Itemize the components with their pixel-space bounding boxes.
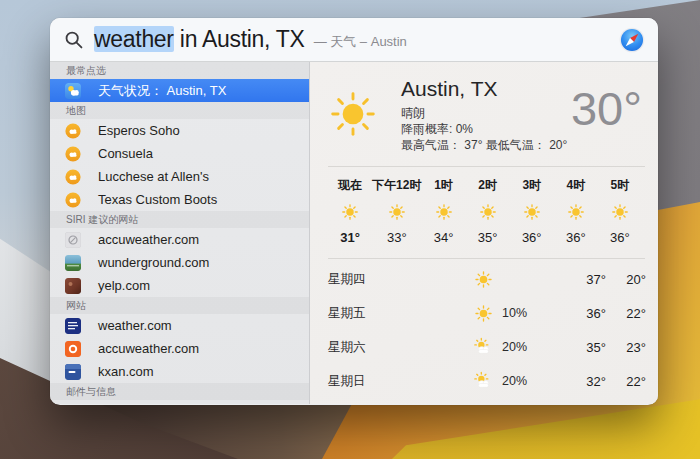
daily-forecast-row: 星期六 20%35°23°: [328, 330, 646, 364]
sidebar-result-row[interactable]: accuweather.com: [50, 228, 309, 251]
hour-label: 下午12时: [372, 177, 421, 194]
hourly-forecast-column: 5时 36°: [598, 177, 642, 245]
hour-temperature: 36°: [566, 230, 586, 245]
partly-cloudy-icon: [470, 371, 496, 391]
weather-condition: 晴朗: [401, 105, 567, 121]
hour-temperature: 36°: [522, 230, 542, 245]
map-pin-icon: [65, 192, 81, 208]
weather-location: Austin, TX: [401, 77, 567, 101]
hour-temperature: 35°: [478, 230, 498, 245]
sunny-icon: [612, 204, 628, 220]
sunny-icon: [342, 204, 358, 220]
weather-precip-chance: 降雨概率: 0%: [401, 121, 567, 137]
hourly-forecast-column: 3时 36°: [510, 177, 554, 245]
sunny-icon: [480, 204, 496, 220]
sunny-icon: [568, 204, 584, 220]
day-precip-chance: 20%: [496, 374, 552, 388]
sunny-icon: [524, 204, 540, 220]
result-label: 天气状况： Austin, TX: [98, 82, 226, 100]
sidebar-section-header: 网站: [50, 297, 309, 314]
partly-cloudy-icon: [470, 337, 496, 357]
hourly-forecast-column: 4时 36°: [554, 177, 598, 245]
hourly-forecast-column: 下午12时 33°: [372, 177, 421, 245]
result-label: Texas Custom Boots: [98, 192, 217, 207]
daily-forecast-row: 星期五 10%36°22°: [328, 296, 646, 330]
hour-temperature: 33°: [387, 230, 407, 245]
sunny-icon: [470, 269, 496, 289]
result-label: accuweather.com: [98, 341, 199, 356]
safari-icon[interactable]: [619, 27, 645, 53]
spotlight-search-bar[interactable]: weather in Austin, TX — 天气 – Austin: [50, 18, 658, 62]
day-low-temperature: 23°: [606, 340, 646, 355]
sunny-icon: [330, 91, 376, 137]
day-label: 星期四: [328, 271, 470, 288]
sidebar-result-row[interactable]: wunderground.com: [50, 251, 309, 274]
result-label: accuweather.com: [98, 232, 199, 247]
sidebar-section-header: 邮件与信息: [50, 383, 309, 400]
sidebar-result-row[interactable]: Texas Custom Boots: [50, 188, 309, 211]
wunderground-thumbnail-icon: [65, 255, 81, 271]
result-label: Lucchese at Allen's: [98, 169, 209, 184]
result-label: weather.com: [98, 318, 172, 333]
day-label: 星期六: [328, 339, 470, 356]
day-precip-chance: 10%: [496, 306, 552, 320]
sidebar-section-header: 最常点选: [50, 62, 309, 79]
hourly-forecast-column: 2时 35°: [466, 177, 510, 245]
sidebar-result-row[interactable]: Esperos Soho: [50, 119, 309, 142]
hourly-forecast-column: 现在 31°: [328, 177, 372, 245]
search-completion-hint: — 天气 – Austin: [314, 29, 407, 51]
hour-label: 现在: [338, 177, 362, 194]
hour-temperature: 31°: [340, 230, 360, 245]
web-suggestion-icon: [65, 232, 81, 248]
hourly-forecast: 现在 31°下午12时 33°1时 34°2时 35°3时 36°4时 36°5…: [310, 167, 658, 245]
search-icon: [64, 30, 84, 50]
result-label: wunderground.com: [98, 255, 209, 270]
hour-label: 2时: [478, 177, 497, 194]
weather-high-low: 最高气温： 37° 最低气温： 20°: [401, 137, 567, 153]
hour-label: 3时: [522, 177, 541, 194]
sidebar-result-row[interactable]: weather.com: [50, 314, 309, 337]
search-text-selection: weather: [94, 26, 174, 52]
weather-preview-panel: Austin, TX 晴朗 降雨概率: 0% 最高气温： 37° 最低气温： 2…: [310, 62, 658, 404]
sidebar-result-row[interactable]: Lucchese at Allen's: [50, 165, 309, 188]
day-precip-chance: 20%: [496, 340, 552, 354]
daily-forecast-row: 星期四 37°20°: [328, 262, 646, 296]
day-high-temperature: 32°: [568, 374, 606, 389]
sunny-icon: [470, 303, 496, 323]
result-label: yelp.com: [98, 278, 150, 293]
day-low-temperature: 22°: [606, 374, 646, 389]
spotlight-window: weather in Austin, TX — 天气 – Austin 最常点选: [50, 18, 658, 405]
sunny-icon: [389, 204, 405, 220]
results-sidebar: 最常点选 天气状况： Austin, TX地图 Esperos Soho Con…: [50, 62, 310, 404]
search-input[interactable]: weather in Austin, TX: [94, 26, 305, 53]
hour-temperature: 36°: [610, 230, 630, 245]
sidebar-result-row[interactable]: yelp.com: [50, 274, 309, 297]
hourly-forecast-column: 1时 34°: [421, 177, 465, 245]
sidebar-result-row[interactable]: accuweather.com: [50, 337, 309, 360]
daily-forecast: 星期四 37°20°星期五 10%36°22°星期六 20%35°23°星期日 …: [310, 259, 658, 398]
day-label: 星期五: [328, 305, 470, 322]
day-low-temperature: 20°: [606, 272, 646, 287]
current-conditions: Austin, TX 晴朗 降雨概率: 0% 最高气温： 37° 最低气温： 2…: [310, 62, 658, 153]
hour-temperature: 34°: [434, 230, 454, 245]
sidebar-section-header: SIRI 建议的网站: [50, 211, 309, 228]
sidebar-result-row[interactable]: Consuela: [50, 142, 309, 165]
sunny-icon: [436, 204, 452, 220]
weather-channel-favicon-icon: [65, 318, 81, 334]
yelp-thumbnail-icon: [65, 278, 81, 294]
desktop: weather in Austin, TX — 天气 – Austin 最常点选: [0, 0, 700, 459]
weather-app-icon: [65, 83, 81, 99]
sidebar-section-header: 地图: [50, 102, 309, 119]
map-pin-icon: [65, 169, 81, 185]
current-temperature: 30°: [571, 85, 646, 153]
search-text-rest: in Austin, TX: [174, 26, 305, 52]
day-high-temperature: 37°: [568, 272, 606, 287]
hour-label: 4时: [566, 177, 585, 194]
result-label: Esperos Soho: [98, 123, 180, 138]
map-pin-icon: [65, 146, 81, 162]
sidebar-result-row[interactable]: 天气状况： Austin, TX: [50, 79, 309, 102]
sidebar-result-row[interactable]: kxan.com: [50, 360, 309, 383]
result-label: kxan.com: [98, 364, 154, 379]
day-low-temperature: 22°: [606, 306, 646, 321]
day-high-temperature: 36°: [568, 306, 606, 321]
